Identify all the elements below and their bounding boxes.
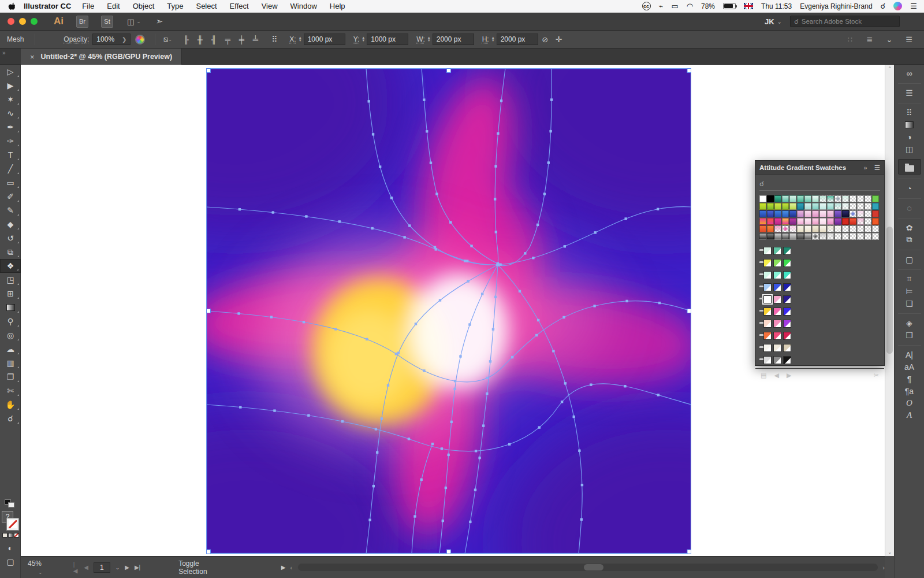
- mesh-anchor-point[interactable]: [508, 443, 511, 445]
- mesh-anchor-point[interactable]: [624, 385, 626, 387]
- gradient-swatch[interactable]: [759, 218, 766, 225]
- gradient-swatch[interactable]: [827, 203, 834, 210]
- gradient-tool[interactable]: [0, 301, 21, 314]
- mesh-anchor-point[interactable]: [423, 369, 425, 372]
- gradient-swatch[interactable]: [865, 233, 871, 240]
- menu-view[interactable]: View: [255, 2, 284, 10]
- align-to-selection-icon[interactable]: ⧅⌄: [161, 33, 174, 46]
- gradient-swatch[interactable]: [842, 210, 849, 217]
- mesh-anchor-point[interactable]: [494, 296, 497, 298]
- gradient-swatch[interactable]: [865, 218, 871, 225]
- mesh-anchor-point[interactable]: [415, 323, 417, 325]
- artboard-select-chevron[interactable]: ⌄: [116, 565, 120, 570]
- gradient-swatch[interactable]: [759, 210, 766, 217]
- symbols-panel-icon[interactable]: ✿: [898, 218, 921, 234]
- mesh-anchor-point[interactable]: [470, 244, 472, 247]
- gradient-swatch[interactable]: [767, 218, 774, 225]
- opacity-label[interactable]: Opacity:: [64, 35, 89, 43]
- gradient-swatch[interactable]: [782, 195, 789, 202]
- gradient-swatch[interactable]: [819, 225, 826, 232]
- shape-builder-tool[interactable]: ❖: [0, 259, 21, 273]
- mesh-anchor-point[interactable]: [494, 198, 496, 200]
- mesh-anchor-point[interactable]: [594, 231, 597, 234]
- mesh-anchor-point[interactable]: [272, 211, 274, 213]
- mesh-anchor-point[interactable]: [657, 394, 660, 396]
- mesh-anchor-point[interactable]: [552, 350, 554, 352]
- adobe-stock-search-input[interactable]: ☌ Search Adobe Stock: [790, 16, 900, 27]
- column-graph-tool[interactable]: ▥: [0, 356, 21, 370]
- scroll-down-icon[interactable]: ⌄: [888, 549, 892, 555]
- artboards-panel-icon[interactable]: ❐: [898, 329, 921, 341]
- gradient-swatch[interactable]: [789, 233, 796, 240]
- mesh-anchor-point[interactable]: [593, 305, 595, 307]
- mesh-anchor-point[interactable]: [624, 217, 627, 220]
- gradient-swatch[interactable]: [872, 225, 879, 232]
- color-swatch[interactable]: [763, 283, 772, 291]
- gradient-swatch[interactable]: [827, 210, 834, 217]
- mesh-anchor-point[interactable]: [239, 208, 241, 210]
- vertical-scrollbar[interactable]: ⌃ ⌄: [885, 65, 894, 556]
- input-language-flag-icon[interactable]: [744, 3, 753, 9]
- mesh-anchor-point[interactable]: [395, 353, 397, 355]
- gradient-swatch[interactable]: [819, 195, 826, 202]
- artboard-tool[interactable]: ❐: [0, 370, 21, 384]
- gradient-swatch[interactable]: [834, 233, 841, 240]
- swatch-search-input[interactable]: ☌: [759, 177, 880, 191]
- color-swatch[interactable]: [773, 344, 781, 352]
- symbol-sprayer-tool[interactable]: ☁: [0, 342, 21, 356]
- mesh-anchor-point[interactable]: [408, 224, 411, 227]
- selection-handle[interactable]: [687, 69, 691, 73]
- align-to-pixel-grid-icon[interactable]: ⠿: [268, 33, 281, 46]
- gradient-swatch[interactable]: [812, 203, 819, 210]
- bridge-button[interactable]: Br: [76, 16, 88, 28]
- blend-tool[interactable]: ◎: [0, 328, 21, 342]
- mesh-anchor-point[interactable]: [469, 521, 471, 523]
- mesh-anchor-point[interactable]: [511, 356, 513, 358]
- gradient-swatch[interactable]: [842, 233, 849, 240]
- hand-tool[interactable]: ✋: [0, 398, 21, 412]
- gradient-swatch[interactable]: [842, 203, 849, 210]
- mesh-tool[interactable]: ⊞: [0, 287, 21, 301]
- w-field[interactable]: 2000 px: [433, 34, 474, 45]
- menu-edit[interactable]: Edit: [100, 2, 126, 10]
- color-themes-panel-icon[interactable]: ⠿: [898, 103, 921, 118]
- gradient-swatch[interactable]: [759, 203, 766, 210]
- gradient-swatch[interactable]: [865, 203, 871, 210]
- mesh-anchor-point[interactable]: [341, 420, 344, 423]
- panel-menu-icon[interactable]: ☰: [874, 164, 880, 172]
- mesh-anchor-point[interactable]: [580, 518, 583, 520]
- color-swatch[interactable]: [763, 344, 772, 352]
- mesh-anchor-point[interactable]: [590, 383, 592, 386]
- gradient-swatch[interactable]: [827, 218, 834, 225]
- stock-button[interactable]: St: [101, 16, 113, 28]
- gradient-swatch[interactable]: [789, 203, 796, 210]
- opentype-panel-icon[interactable]: O: [898, 397, 921, 409]
- mesh-anchor-point[interactable]: [478, 457, 480, 459]
- mesh-anchor-point[interactable]: [519, 290, 521, 292]
- mesh-anchor-point[interactable]: [459, 355, 461, 357]
- bluetooth-icon[interactable]: ⌁: [659, 2, 664, 10]
- gradient-swatch[interactable]: [804, 210, 811, 217]
- mesh-anchor-point[interactable]: [403, 236, 405, 238]
- glyphs-panel-icon[interactable]: A: [898, 409, 921, 421]
- mesh-anchor-point[interactable]: [578, 450, 580, 452]
- pencil-tool[interactable]: ✎: [0, 203, 21, 217]
- scroll-left-icon[interactable]: ‹: [290, 564, 292, 571]
- opacity-input[interactable]: 100%❯: [92, 34, 131, 45]
- last-artboard-button[interactable]: ▶|: [135, 564, 140, 570]
- gradient-swatch[interactable]: [812, 233, 819, 240]
- mesh-anchor-point[interactable]: [564, 245, 566, 247]
- align-top-icon[interactable]: ╤: [221, 33, 234, 46]
- menubar-user-name[interactable]: Evgeniya Righini-Brand: [800, 2, 872, 10]
- mesh-anchor-point[interactable]: [468, 323, 471, 325]
- mesh-anchor-point[interactable]: [495, 231, 497, 233]
- gradient-swatch[interactable]: [782, 203, 789, 210]
- transform-panel-icon[interactable]: ⌗: [898, 269, 921, 285]
- color-swatch[interactable]: [773, 259, 781, 267]
- gradient-swatch[interactable]: [812, 225, 819, 232]
- brushes-panel-icon[interactable]: ◫: [898, 143, 921, 155]
- mesh-anchor-point[interactable]: [543, 192, 546, 195]
- mesh-anchor-point[interactable]: [368, 518, 371, 521]
- none-button[interactable]: [14, 533, 19, 538]
- gradient-swatch[interactable]: [857, 203, 864, 210]
